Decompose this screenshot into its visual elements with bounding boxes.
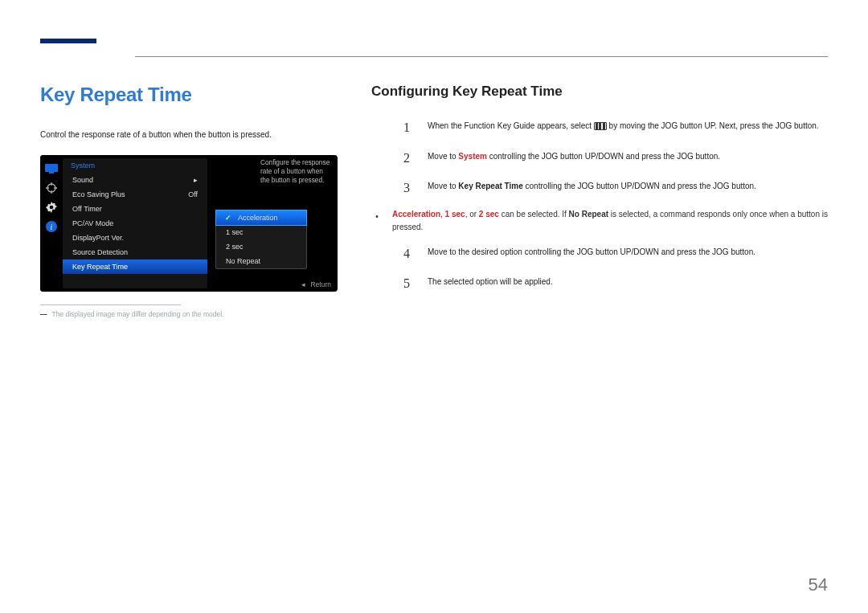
monitor-icon bbox=[44, 161, 59, 176]
osd-tooltip: Configure the response rate of a button … bbox=[260, 158, 333, 184]
right-column: Configuring Key Repeat Time 1 When the F… bbox=[371, 84, 828, 318]
svg-text:i: i bbox=[51, 223, 53, 231]
page-title: Key Repeat Time bbox=[40, 84, 346, 106]
svg-rect-0 bbox=[45, 164, 58, 172]
step-3: 3 Move to Key Repeat Time controlling th… bbox=[403, 178, 828, 198]
info-icon: i bbox=[44, 219, 59, 234]
step-1: 1 When the Function Key Guide appears, s… bbox=[403, 117, 828, 138]
step-5: 5 The selected option will be applied. bbox=[403, 273, 828, 294]
page-number: 54 bbox=[809, 574, 828, 595]
popup-item: 1 sec bbox=[216, 225, 306, 239]
osd-menu-list: System Sound▸ Eco Saving PlusOff Off Tim… bbox=[63, 158, 207, 288]
osd-item: PC/AV Mode bbox=[63, 216, 207, 231]
left-triangle-icon: ◂ bbox=[301, 280, 305, 288]
svg-rect-1 bbox=[49, 172, 54, 174]
popup-item: 2 sec bbox=[216, 239, 306, 254]
left-column: Key Repeat Time Control the response rat… bbox=[40, 84, 346, 318]
osd-screenshot: i System Sound▸ Eco Saving PlusOff Off T… bbox=[40, 155, 338, 292]
popup-item: No Repeat bbox=[216, 254, 306, 268]
osd-item: Source Detection bbox=[63, 245, 207, 260]
header-rule bbox=[135, 56, 828, 57]
gear-icon bbox=[44, 200, 59, 215]
osd-item: Sound▸ bbox=[63, 173, 207, 187]
osd-item: Off Timer bbox=[63, 202, 207, 216]
steps-list-cont: 4 Move to the desired option controlling… bbox=[371, 243, 828, 294]
crosshair-icon bbox=[44, 181, 59, 195]
footnote: ― The displayed image may differ dependi… bbox=[40, 310, 346, 318]
lead-text: Control the response rate of a button wh… bbox=[40, 129, 346, 141]
step-2: 2 Move to System controlling the JOG but… bbox=[403, 148, 828, 169]
steps-list: 1 When the Function Key Guide appears, s… bbox=[371, 117, 828, 198]
check-icon: ✓ bbox=[225, 214, 233, 222]
footnote-rule bbox=[40, 304, 181, 305]
dash-icon: ― bbox=[40, 310, 47, 318]
bullet-icon: • bbox=[371, 208, 383, 234]
chapter-accent-bar bbox=[40, 39, 96, 43]
osd-section-header: System bbox=[63, 158, 207, 173]
step-4: 4 Move to the desired option controlling… bbox=[403, 243, 828, 264]
svg-point-3 bbox=[50, 206, 54, 210]
osd-footer: ◂ Return bbox=[301, 280, 331, 288]
osd-item: DisplayPort Ver. bbox=[63, 231, 207, 245]
section-heading: Configuring Key Repeat Time bbox=[371, 84, 828, 100]
popup-item-selected: ✓Acceleration bbox=[215, 210, 307, 226]
osd-item: Eco Saving PlusOff bbox=[63, 187, 207, 202]
page-content: Key Repeat Time Control the response rat… bbox=[40, 0, 828, 318]
note-bullet: • Acceleration, 1 sec, or 2 sec can be s… bbox=[371, 208, 828, 234]
osd-sidebar-icons: i bbox=[40, 155, 63, 292]
menu-bars-icon bbox=[594, 122, 607, 130]
osd-popup: ✓Acceleration 1 sec 2 sec No Repeat bbox=[215, 210, 307, 269]
osd-item-selected: Key Repeat Time bbox=[63, 260, 207, 274]
